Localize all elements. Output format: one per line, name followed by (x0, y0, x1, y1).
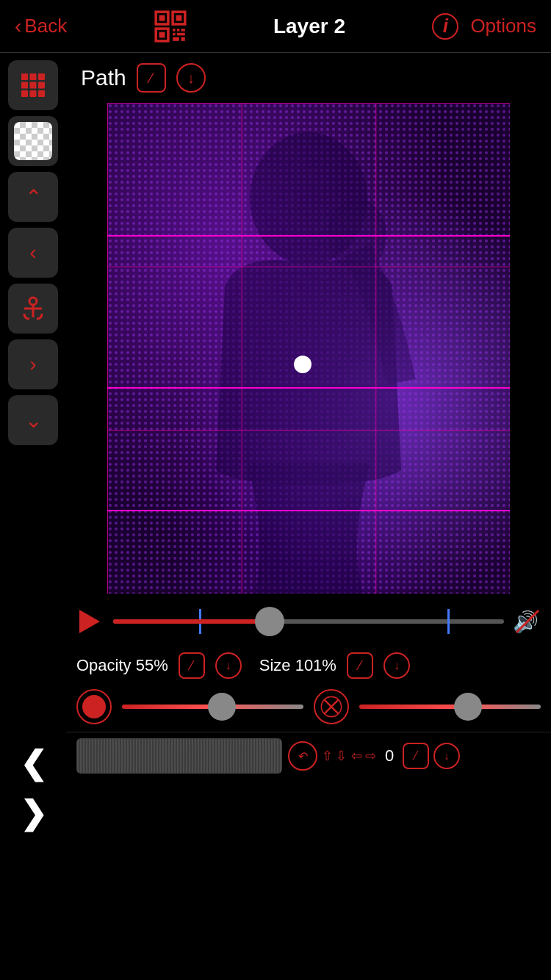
svg-rect-1 (159, 15, 165, 21)
bottom-left-arrow[interactable]: ⇦ (351, 748, 362, 764)
qr-icon[interactable] (154, 10, 187, 43)
svg-rect-17 (30, 82, 37, 89)
svg-rect-6 (173, 29, 176, 32)
timeline-track[interactable] (113, 619, 504, 624)
bottom-down-button[interactable]: ↓ (433, 743, 460, 769)
path-label: Path (81, 65, 126, 90)
opacity-slider-thumb[interactable] (208, 693, 236, 721)
bottom-updown-arrows: ⇧ ⇩ (322, 748, 347, 764)
slider-row (66, 685, 551, 729)
sidebar-right-button[interactable]: › (8, 339, 58, 389)
play-icon (79, 610, 100, 633)
chevron-left-icon: ‹ (29, 241, 36, 264)
cross-icon (320, 695, 343, 718)
bottom-slash-icon: ∕ (415, 749, 417, 763)
bottom-up-arrow[interactable]: ⇧ (322, 748, 333, 764)
size-slash-button[interactable]: ∕ (347, 652, 373, 679)
canvas-hline-top (107, 235, 510, 237)
size-label: Size 101% (259, 656, 336, 675)
bottom-number: 0 (381, 746, 398, 765)
svg-point-22 (29, 298, 37, 305)
svg-rect-7 (176, 29, 179, 32)
anchor-icon (20, 295, 46, 322)
canvas-hline-mid (107, 387, 510, 389)
left-sidebar: ⌃ ‹ › ⌄ ❮ (0, 53, 66, 980)
svg-rect-9 (173, 32, 176, 35)
svg-rect-5 (159, 32, 165, 37)
svg-rect-20 (30, 90, 37, 97)
opacity-slash-icon: ∕ (190, 658, 192, 674)
sidebar-up-button[interactable]: ⌃ (8, 172, 58, 222)
size-slider[interactable] (359, 705, 541, 709)
bottom-right-arrow[interactable]: ⇨ (365, 748, 376, 764)
svg-rect-21 (38, 90, 45, 97)
timeline-thumb[interactable] (255, 607, 284, 636)
svg-rect-16 (21, 82, 28, 89)
sidebar-grid-button[interactable] (8, 60, 58, 110)
page-title: Layer 2 (273, 15, 345, 38)
waveform-strip[interactable] (76, 738, 282, 774)
sidebar-layer-button[interactable] (8, 116, 58, 166)
mute-button[interactable]: 🔊 (511, 605, 544, 638)
color-button[interactable] (76, 689, 112, 724)
canvas-grid (107, 103, 510, 594)
svg-rect-10 (176, 32, 184, 35)
svg-rect-8 (181, 29, 184, 32)
path-download-button[interactable]: ↓ (176, 63, 206, 93)
checker-icon (14, 122, 52, 160)
path-row: Path ∕ ↓ (66, 53, 551, 103)
download-icon: ↓ (187, 70, 195, 87)
size-slider-thumb[interactable] (454, 693, 482, 721)
back-chevron-icon: ‹ (15, 15, 21, 38)
bottom-slash-button[interactable]: ∕ (403, 743, 429, 769)
size-down-button[interactable]: ↓ (383, 652, 410, 679)
nav-prev-icon: ❮ (20, 744, 47, 782)
header-right: i Options (432, 13, 536, 40)
timeline-progress (113, 619, 270, 624)
svg-rect-12 (181, 37, 184, 40)
cross-button[interactable] (314, 689, 349, 724)
opacity-slash-button[interactable]: ∕ (179, 652, 205, 679)
mute-icon: 🔊 (513, 607, 542, 636)
undo-icon: ↶ (298, 749, 308, 763)
svg-rect-3 (176, 15, 181, 21)
svg-rect-19 (21, 90, 28, 97)
timeline-marker-right (447, 609, 450, 634)
canvas-hline-bottom (107, 510, 510, 511)
info-label: i (443, 15, 448, 37)
grid-icon (20, 72, 46, 98)
bottom-leftright-arrows: ⇦ ⇨ (351, 748, 376, 764)
playback-row: 🔊 (66, 597, 551, 646)
options-button[interactable]: Options (470, 15, 536, 37)
opacity-down-icon: ↓ (226, 659, 231, 672)
opacity-slider[interactable] (122, 705, 303, 709)
svg-rect-18 (38, 82, 45, 89)
content-area: Path ∕ ↓ (66, 53, 551, 980)
path-slash-button[interactable]: ∕ (137, 63, 166, 93)
back-label: Back (24, 15, 67, 37)
info-button[interactable]: i (432, 13, 458, 40)
opacity-label: Opacity 55% (76, 656, 168, 675)
main-layout: ⌃ ‹ › ⌄ ❮ (0, 53, 551, 980)
undo-button[interactable]: ↶ (288, 741, 317, 771)
nav-prev-button[interactable]: ❮ (11, 741, 55, 785)
image-canvas[interactable] (107, 103, 510, 594)
color-fill (82, 695, 106, 718)
sidebar-down-button[interactable]: ⌄ (8, 395, 58, 445)
opacity-down-button[interactable]: ↓ (215, 652, 242, 679)
nav-next-button[interactable]: ❯ (11, 790, 55, 835)
chevron-up-icon: ⌃ (25, 185, 42, 209)
bottom-down-icon: ↓ (444, 750, 450, 762)
sidebar-anchor-button[interactable] (8, 284, 58, 334)
back-button[interactable]: ‹ Back (15, 15, 67, 38)
play-button[interactable] (73, 605, 106, 638)
sidebar-left-button[interactable]: ‹ (8, 228, 58, 278)
bottom-toolbar: ↶ ⇧ ⇩ ⇦ ⇨ 0 ∕ (66, 732, 551, 779)
size-down-icon: ↓ (394, 659, 400, 672)
chevron-right-icon: › (29, 353, 36, 376)
controls-row: Opacity 55% ∕ ↓ Size 101% ∕ ↓ (66, 646, 551, 685)
header: ‹ Back Layer 2 i Options (0, 0, 551, 53)
svg-rect-14 (30, 73, 37, 80)
bottom-down-arrow[interactable]: ⇩ (336, 748, 347, 764)
nav-next-icon: ❯ (20, 794, 47, 832)
